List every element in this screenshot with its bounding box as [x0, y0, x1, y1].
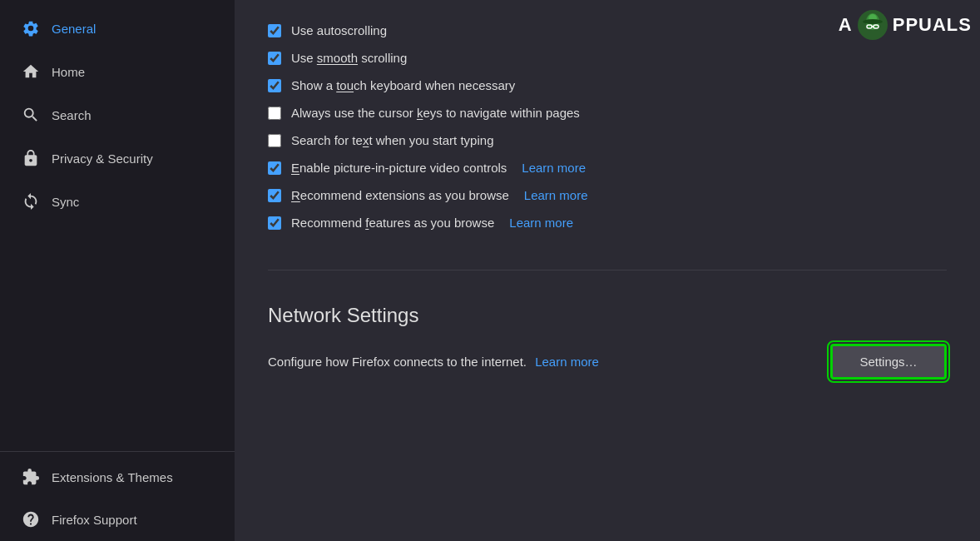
watermark: A PPUALS — [839, 8, 972, 42]
network-settings-button[interactable]: Settings… — [830, 344, 947, 380]
home-icon — [22, 62, 40, 81]
search-icon — [22, 106, 40, 124]
checkbox-label-text-search: Search for text when you start typing — [291, 133, 493, 147]
network-settings-title: Network Settings — [268, 304, 947, 327]
checkbox-label-touch-keyboard: Show a touch keyboard when necessary — [291, 78, 515, 92]
checkbox-item-recommend-feat: Recommend features as you browse Learn m… — [268, 209, 947, 236]
sidebar-item-label-extensions: Extensions & Themes — [52, 470, 173, 484]
section-divider — [268, 270, 947, 270]
checkbox-cursor-keys[interactable] — [268, 107, 281, 120]
learn-more-network[interactable]: Learn more — [535, 355, 599, 369]
svg-point-3 — [863, 19, 883, 24]
main-content: A PPUALS Use autoscrolling Use smoo — [235, 0, 980, 541]
checkbox-item-touch-keyboard: Show a touch keyboard when necessary — [268, 72, 947, 99]
checkbox-label-cursor-keys: Always use the cursor keys to navigate w… — [291, 106, 580, 120]
watermark-text: A — [839, 14, 853, 36]
network-description-text: Configure how Firefox connects to the in… — [268, 355, 527, 369]
sidebar: General Home Search Privacy & Security — [0, 0, 235, 541]
network-settings-row: Configure how Firefox connects to the in… — [268, 344, 947, 380]
checkbox-item-pip: Enable picture-in-picture video controls… — [268, 154, 947, 181]
checkbox-smooth-scrolling[interactable] — [268, 52, 281, 65]
sidebar-item-general[interactable]: General — [5, 7, 230, 49]
checkbox-autoscrolling[interactable] — [268, 24, 281, 37]
checkbox-text-search[interactable] — [268, 134, 281, 147]
sidebar-item-extensions[interactable]: Extensions & Themes — [5, 456, 230, 498]
learn-more-recommend-ext[interactable]: Learn more — [524, 188, 588, 202]
sidebar-item-label-support: Firefox Support — [52, 513, 137, 527]
checkbox-label-pip: Enable picture-in-picture video controls — [291, 161, 507, 175]
learn-more-recommend-feat[interactable]: Learn more — [509, 216, 573, 230]
checkbox-label-autoscrolling: Use autoscrolling — [291, 23, 387, 37]
sidebar-item-label-search: Search — [52, 108, 92, 122]
sidebar-item-label-sync: Sync — [52, 195, 79, 209]
checkbox-item-text-search: Search for text when you start typing — [268, 127, 947, 154]
sidebar-item-home[interactable]: Home — [5, 51, 230, 92]
network-settings-description: Configure how Firefox connects to the in… — [268, 355, 814, 369]
learn-more-pip[interactable]: Learn more — [522, 161, 586, 175]
checkbox-item-smooth-scrolling: Use smooth scrolling — [268, 44, 947, 72]
checkbox-label-recommend-ext: Recommend extensions as you browse — [291, 188, 509, 202]
help-icon — [22, 510, 40, 529]
lock-icon — [22, 149, 40, 167]
checkbox-recommend-ext[interactable] — [268, 189, 281, 202]
checkbox-pip[interactable] — [268, 161, 281, 175]
watermark-logo-icon — [856, 8, 889, 42]
sidebar-item-support[interactable]: Firefox Support — [5, 499, 230, 540]
checkbox-label-recommend-feat: Recommend features as you browse — [291, 216, 494, 230]
sidebar-item-search[interactable]: Search — [5, 94, 230, 136]
checkbox-recommend-feat[interactable] — [268, 216, 281, 230]
sidebar-item-label-home: Home — [52, 65, 85, 79]
checkbox-item-cursor-keys: Always use the cursor keys to navigate w… — [268, 99, 947, 127]
sync-icon — [22, 192, 40, 211]
checkbox-label-smooth-scrolling: Use smooth scrolling — [291, 51, 407, 65]
checkbox-list: Use autoscrolling Use smooth scrolling S… — [268, 17, 947, 253]
network-settings-section: Network Settings Configure how Firefox c… — [268, 287, 947, 380]
extensions-icon — [22, 468, 40, 486]
sidebar-item-sync[interactable]: Sync — [5, 181, 230, 222]
sidebar-item-label-general: General — [52, 22, 96, 36]
gear-icon — [22, 19, 40, 37]
watermark-text-2: PPUALS — [893, 14, 972, 36]
checkbox-touch-keyboard[interactable] — [268, 79, 281, 92]
checkbox-item-recommend-ext: Recommend extensions as you browse Learn… — [268, 181, 947, 209]
sidebar-item-label-privacy: Privacy & Security — [52, 151, 153, 166]
sidebar-item-privacy[interactable]: Privacy & Security — [5, 137, 230, 179]
